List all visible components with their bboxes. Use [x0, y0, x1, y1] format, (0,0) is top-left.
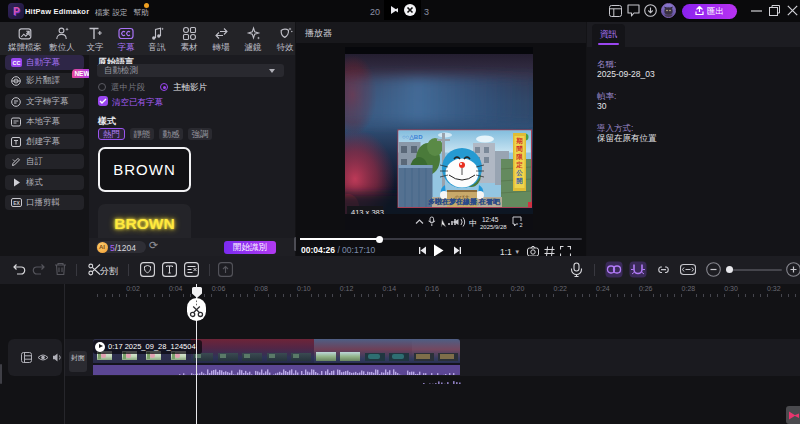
svg-text:12:45: 12:45 — [482, 216, 499, 223]
svg-text:公: 公 — [515, 169, 523, 177]
svg-text:2: 2 — [520, 222, 523, 228]
svg-text:CC: CC — [13, 60, 21, 66]
svg-text:限: 限 — [516, 153, 523, 161]
svg-text:期: 期 — [515, 137, 523, 145]
svg-text:定: 定 — [515, 161, 523, 169]
svg-text:間: 間 — [516, 145, 523, 153]
svg-text:中: 中 — [469, 219, 477, 228]
svg-text:○○△BD: ○○△BD — [402, 134, 423, 140]
svg-text:EX: EX — [13, 199, 20, 205]
svg-text:2025/9/28: 2025/9/28 — [480, 224, 507, 230]
svg-text:開: 開 — [516, 177, 523, 185]
svg-text:多啦在梦在線播,在看吧: 多啦在梦在線播,在看吧 — [428, 197, 501, 206]
